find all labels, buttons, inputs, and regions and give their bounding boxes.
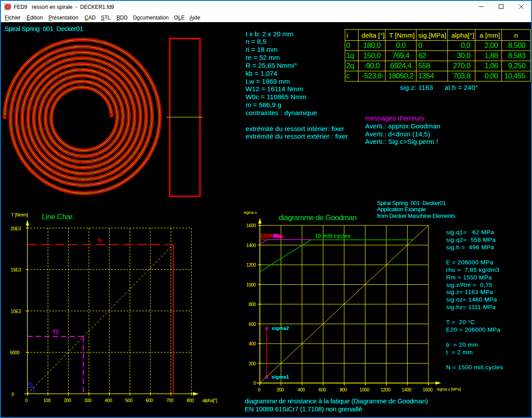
svg-text:T2: T2: [53, 329, 58, 334]
svg-text:Mio.: Mio.: [273, 233, 283, 239]
svg-text:400: 400: [297, 387, 305, 392]
svg-text:800: 800: [249, 302, 256, 307]
svg-text:0: 0: [258, 387, 260, 392]
svg-text:1000: 1000: [359, 387, 369, 392]
svg-text:sigma u [MPa]: sigma u [MPa]: [437, 387, 461, 391]
svg-text:1000: 1000: [246, 282, 256, 287]
svg-text:200: 200: [249, 361, 256, 366]
svg-text:600: 600: [146, 398, 153, 403]
svg-text:400: 400: [105, 398, 112, 403]
svg-text:600: 600: [249, 321, 256, 327]
svg-text:20E3: 20E3: [11, 226, 21, 231]
svg-text:15E3: 15E3: [11, 267, 21, 272]
svg-text:T [Nmm]: T [Nmm]: [11, 212, 28, 217]
svg-text:800: 800: [187, 398, 194, 403]
svg-text:500: 500: [125, 398, 133, 403]
svg-text:1400: 1400: [246, 243, 256, 248]
svg-text:100: 100: [43, 398, 51, 403]
svg-text:T1: T1: [27, 382, 33, 387]
svg-text:400: 400: [249, 341, 256, 346]
svg-text:200: 200: [277, 387, 284, 392]
svg-text:diagramme de Goodman: diagramme de Goodman: [279, 213, 357, 222]
svg-text:1600: 1600: [423, 387, 432, 392]
svg-text:alpha[°]: alpha[°]: [202, 398, 217, 403]
svg-text:1400: 1400: [402, 387, 412, 392]
svg-text:1600: 1600: [246, 223, 256, 228]
svg-text:10 mill.cycles: 10 mill.cycles: [315, 233, 351, 239]
svg-text:sigma2: sigma2: [272, 325, 289, 331]
svg-text:200: 200: [64, 398, 71, 403]
svg-text:1200: 1200: [381, 387, 390, 392]
svg-text:0: 0: [254, 380, 256, 386]
svg-text:10E3: 10E3: [11, 309, 21, 314]
svg-text:sigma o: sigma o: [244, 210, 257, 215]
svg-text:0: 0: [12, 391, 14, 397]
svg-text:5000: 5000: [10, 350, 20, 355]
svg-text:Tc: Tc: [97, 238, 103, 243]
svg-text:600: 600: [319, 387, 326, 392]
svg-text:300: 300: [84, 398, 92, 403]
svg-text:Line Char.: Line Char.: [42, 213, 74, 221]
svg-text:0: 0: [25, 398, 28, 403]
svg-text:700: 700: [166, 398, 173, 403]
svg-text:1200: 1200: [246, 262, 256, 267]
svg-text:sigma1: sigma1: [272, 374, 289, 379]
svg-text:800: 800: [339, 387, 347, 392]
